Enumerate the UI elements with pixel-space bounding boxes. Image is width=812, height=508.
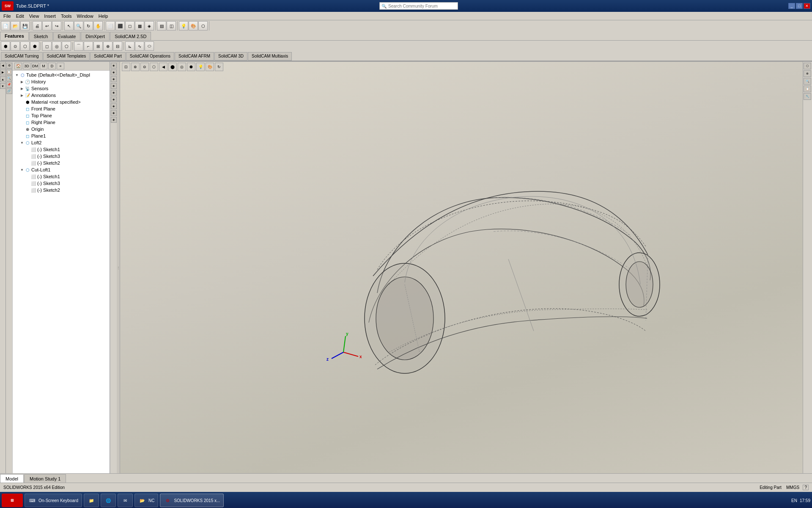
task-keyboard[interactable]: ⌨ On-Screen Keyboard: [25, 494, 82, 507]
vp-rotate[interactable]: ↻: [215, 63, 223, 71]
print-button[interactable]: 🖨: [33, 21, 42, 30]
vp-zoom-out[interactable]: ⊖: [140, 63, 149, 71]
tree-node-loft2-sketch1[interactable]: ⬜ (-) Sketch1: [14, 146, 109, 153]
zoom-button[interactable]: 🔍: [74, 21, 83, 30]
tree-icon-4[interactable]: 📌: [6, 82, 12, 88]
rp-btn-2[interactable]: ⊕: [804, 70, 811, 77]
vp-view-orient[interactable]: ⬡: [150, 63, 158, 71]
tree-right-btn-9[interactable]: ◈: [111, 117, 117, 123]
select-button[interactable]: ↖: [64, 21, 74, 30]
tree-right-btn-8[interactable]: ◈: [111, 110, 117, 116]
vp-wire[interactable]: ◎: [178, 63, 186, 71]
left-strip-btn-2[interactable]: ▶: [0, 69, 6, 75]
tree-node-cutloft1-sketch1[interactable]: ⬜ (-) Sketch1: [14, 173, 109, 180]
status-help[interactable]: ?: [803, 485, 809, 490]
pan-button[interactable]: ✋: [93, 21, 103, 30]
lofted-cut-button[interactable]: ⬠: [62, 41, 71, 51]
tab-sketch[interactable]: Sketch: [29, 32, 53, 40]
fillet-button[interactable]: ⌒: [74, 41, 83, 51]
vp-lights[interactable]: 💡: [196, 63, 205, 71]
section1-button[interactable]: ▤: [157, 21, 166, 30]
view4-button[interactable]: ▦: [135, 21, 144, 30]
view5-button[interactable]: ◈: [145, 21, 154, 30]
vp-zoom-in[interactable]: ⊕: [131, 63, 140, 71]
tree-node-material[interactable]: ⬢ Material <not specified>: [14, 99, 109, 105]
tree-icon-motion[interactable]: M: [40, 63, 47, 69]
revolved-boss-button[interactable]: ⊙: [11, 41, 20, 51]
sc-tab-operations[interactable]: SolidCAM Operations: [126, 52, 174, 61]
tree-right-btn-4[interactable]: ◈: [111, 83, 117, 89]
open-button[interactable]: 📂: [11, 21, 20, 30]
reference-button[interactable]: ⊾: [125, 41, 134, 51]
render-button[interactable]: ⬡: [198, 21, 208, 30]
extruded-boss-button[interactable]: ⬢: [1, 41, 10, 51]
tree-node-cutloft1-sketch3[interactable]: ⬜ (-) Sketch3: [14, 180, 109, 187]
tree-node-cutloft1[interactable]: ▼ ⬡ Cut-Loft1: [14, 166, 109, 173]
tree-node-rightplane[interactable]: ◻ Right Plane: [14, 119, 109, 126]
menu-insert[interactable]: Insert: [41, 12, 58, 20]
tab-motion-study[interactable]: Motion Study 1: [24, 474, 66, 483]
maximize-button[interactable]: □: [796, 3, 803, 9]
left-strip-btn-4[interactable]: ▼: [0, 83, 6, 89]
task-solidworks[interactable]: ⚙ SOLIDWORKS 2015 x...: [160, 494, 224, 507]
mirror-button[interactable]: ⊟: [113, 41, 122, 51]
start-button[interactable]: ⊞: [2, 494, 23, 507]
tree-icon-home[interactable]: 🏠: [14, 63, 22, 69]
sc-tab-templates[interactable]: SolidCAM Templates: [43, 52, 90, 61]
left-strip-btn-1[interactable]: ◀: [0, 63, 6, 69]
menu-view[interactable]: View: [27, 12, 42, 20]
tree-icon-2[interactable]: 📋: [6, 69, 12, 75]
undo-button[interactable]: ↩: [42, 21, 52, 30]
sc-tab-multiaxis[interactable]: SolidCAM Multiaxis: [248, 52, 292, 61]
vp-zoom-fit[interactable]: ⊡: [122, 63, 130, 71]
new-button[interactable]: 📄: [1, 21, 10, 30]
rp-btn-1[interactable]: ⬡: [804, 63, 811, 69]
tree-icon-5[interactable]: 🔗: [6, 88, 12, 94]
tree-node-annotations[interactable]: ▶ 📝 Annotations: [14, 92, 109, 99]
tree-node-loft2-sketch3[interactable]: ⬜ (-) Sketch3: [14, 153, 109, 160]
tree-right-btn-7[interactable]: ◈: [111, 103, 117, 109]
tree-icon-collapse[interactable]: «: [57, 63, 64, 69]
tree-right-btn-3[interactable]: ◈: [111, 76, 117, 82]
boundary-boss-button[interactable]: ⬟: [30, 41, 39, 51]
menu-help[interactable]: Help: [96, 12, 111, 20]
vp-section[interactable]: ⬣: [187, 63, 195, 71]
minimize-button[interactable]: _: [788, 3, 795, 9]
tree-node-sensors[interactable]: ▶ 📡 Sensors: [14, 85, 109, 92]
tree-node-plane1[interactable]: ◻ Plane1: [14, 133, 109, 139]
tab-solidcam-2d[interactable]: SolidCAM 2.5D: [110, 32, 151, 40]
tree-icon-display[interactable]: D: [48, 63, 56, 69]
view2-button[interactable]: ⬛: [115, 21, 125, 30]
menu-edit[interactable]: Edit: [14, 12, 27, 20]
linear-pattern-button[interactable]: ⊞: [93, 41, 103, 51]
tree-right-btn-5[interactable]: ◈: [111, 90, 117, 96]
lofted-boss-button[interactable]: ⬡: [20, 41, 30, 51]
tree-right-btn-1[interactable]: ◈: [111, 63, 117, 69]
rp-btn-5[interactable]: 🔧: [804, 93, 811, 100]
section2-button[interactable]: ◫: [167, 21, 176, 30]
chamfer-button[interactable]: ⌐: [84, 41, 93, 51]
sc-tab-part[interactable]: SolidCAM Part: [90, 52, 126, 61]
tree-node-history[interactable]: ▶ 🕐 History: [14, 78, 109, 85]
tree-right-btn-2[interactable]: ◈: [111, 69, 117, 75]
vp-appearance[interactable]: 🎨: [206, 63, 214, 71]
menu-window[interactable]: Window: [74, 12, 96, 20]
tree-node-loft2[interactable]: ▼ ⬡ Loft2: [14, 139, 109, 146]
rp-btn-4[interactable]: 📋: [804, 86, 811, 92]
task-firefox[interactable]: 🌐: [101, 494, 116, 507]
menu-file[interactable]: File: [1, 12, 14, 20]
search-box[interactable]: 🔍: [379, 2, 458, 10]
tab-features[interactable]: Features: [0, 32, 29, 40]
splitter[interactable]: ⋮: [117, 62, 120, 473]
surfaces-button[interactable]: ⬭: [145, 41, 154, 51]
tree-icon-dm[interactable]: DM: [31, 63, 39, 69]
tree-icon-1[interactable]: ⚙: [6, 63, 12, 69]
tab-model[interactable]: Model: [0, 474, 24, 483]
sc-tab-turning[interactable]: SolidCAM Turning: [1, 52, 43, 61]
circular-pattern-button[interactable]: ⊕: [103, 41, 112, 51]
lights-button[interactable]: 💡: [179, 21, 188, 30]
vp-shade[interactable]: ⬤: [168, 63, 177, 71]
view1-button[interactable]: ⬜: [106, 21, 115, 30]
tree-icon-3[interactable]: 🔍: [6, 75, 12, 81]
tree-icon-3d[interactable]: 3D: [23, 63, 30, 69]
